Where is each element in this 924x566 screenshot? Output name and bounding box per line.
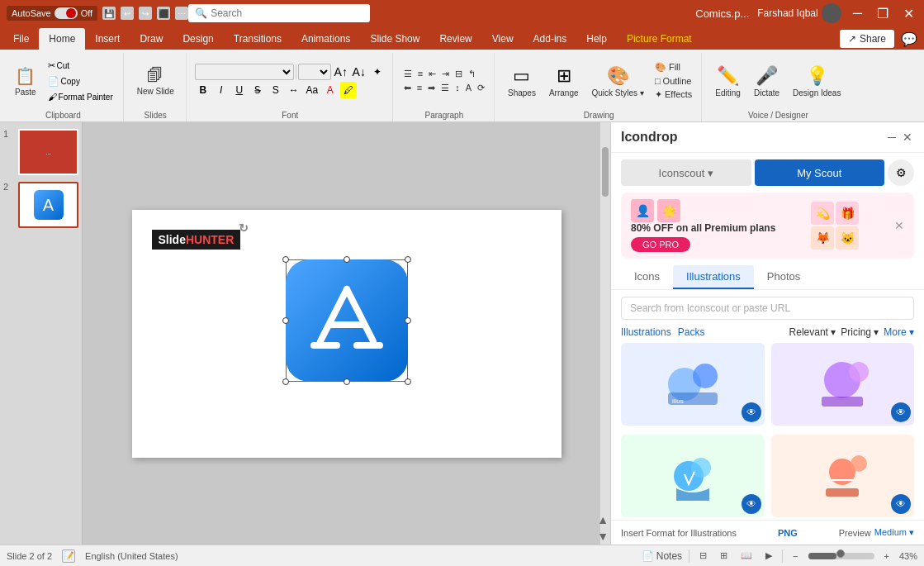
illustration-item-4[interactable]: 👁 [771, 435, 915, 517]
font-shrink-button[interactable]: A↓ [351, 64, 367, 80]
restore-button[interactable]: ❐ [874, 6, 892, 21]
tab-insert[interactable]: Insert [85, 28, 130, 50]
format-painter-button[interactable]: 🖌 Format Painter [45, 90, 116, 103]
slide-view-button[interactable]: ⊟ [696, 549, 710, 563]
canvas-scrollbar[interactable] [600, 122, 610, 545]
photos-tab[interactable]: Photos [754, 265, 813, 289]
shape-outline-button[interactable]: □ Outline [652, 75, 694, 87]
underline-button[interactable]: U [231, 82, 248, 98]
rtl-button[interactable]: ↰ [466, 68, 478, 80]
save-icon[interactable]: 💾 [102, 7, 116, 20]
cut-button[interactable]: ✂ Cut [45, 59, 116, 73]
icons-tab[interactable]: Icons [621, 265, 673, 289]
illustration-search[interactable]: Search from Iconscout or paste URL [621, 297, 914, 320]
app-icon-container[interactable] [286, 259, 408, 382]
new-slide-button[interactable]: 🗐 New Slide [132, 64, 179, 98]
tab-design[interactable]: Design [173, 28, 223, 50]
share-button[interactable]: ↗ Share [840, 30, 894, 48]
handle-mid-left[interactable] [282, 317, 289, 324]
more-filter-button[interactable]: More ▾ [884, 326, 914, 338]
illustrations-tab[interactable]: Illustrations [673, 265, 754, 289]
more-options-icon[interactable]: ⋯ [175, 7, 188, 20]
tab-slideshow[interactable]: Slide Show [360, 28, 429, 50]
preview-eye-3[interactable]: 👁 [742, 494, 761, 514]
illustration-item-2[interactable]: 👁 [771, 343, 915, 426]
tab-review[interactable]: Review [429, 28, 481, 50]
font-size-select[interactable] [298, 64, 331, 80]
quick-styles-button[interactable]: 🎨 Quick Styles ▾ [587, 64, 649, 99]
handle-top-left[interactable] [282, 256, 289, 263]
footer-format-value[interactable]: PNG [778, 528, 798, 538]
tab-draw[interactable]: Draw [130, 28, 173, 50]
collapse-button[interactable]: ─ [886, 129, 898, 145]
iconscout-tab[interactable]: Iconscout ▾ [621, 159, 751, 186]
justify-button[interactable]: ☰ [438, 82, 452, 94]
notes-expand-button[interactable]: 📝 [62, 549, 75, 563]
arrange-button[interactable]: ⊞ Arrange [544, 64, 584, 99]
copy-button[interactable]: 📄 Copy [45, 74, 116, 88]
illustration-item-1[interactable]: illus 👁 [621, 343, 765, 426]
autosave-pill[interactable] [54, 7, 78, 19]
dictate-button[interactable]: 🎤 Dictate [749, 64, 784, 99]
convert-to-smart-button[interactable]: ⟳ [475, 82, 487, 94]
autosave-toggle[interactable]: AutoSave Off [7, 6, 97, 21]
go-pro-button[interactable]: GO PRO [631, 237, 690, 252]
nav-down-button[interactable]: ▼ [595, 528, 610, 545]
highlight-button[interactable]: 🖊 [340, 82, 357, 98]
bold-button[interactable]: B [195, 82, 211, 98]
handle-bottom-left[interactable] [282, 378, 289, 385]
shapes-button[interactable]: ▭ Shapes [503, 64, 541, 99]
medium-dropdown[interactable]: Medium ▾ [874, 527, 914, 538]
slide-thumb-2[interactable]: 2 A [3, 182, 78, 228]
zoom-out-button[interactable]: − [789, 549, 801, 563]
illustration-item-3[interactable]: 👁 [621, 435, 765, 517]
strikethrough-button[interactable]: S̶ [249, 82, 266, 98]
undo-icon[interactable]: ↩ [121, 7, 134, 20]
tab-file[interactable]: File [3, 28, 39, 50]
present-view-button[interactable]: ▶ [762, 549, 775, 563]
preview-eye-1[interactable]: 👁 [742, 402, 761, 422]
shape-fill-button[interactable]: 🎨 Fill [652, 61, 694, 74]
packs-filter-link[interactable]: Packs [678, 326, 705, 338]
align-center-button[interactable]: ≡ [415, 82, 424, 94]
icondrop-close-button[interactable]: ✕ [901, 129, 914, 145]
zoom-thumb[interactable] [836, 549, 845, 558]
columns-button[interactable]: ⊟ [453, 68, 465, 80]
redo-icon[interactable]: ↪ [139, 7, 152, 20]
font-grow-button[interactable]: A↑ [333, 64, 349, 80]
clear-format-button[interactable]: ✦ [369, 64, 386, 80]
close-button[interactable]: ✕ [900, 6, 917, 21]
reading-view-button[interactable]: 📖 [737, 549, 756, 563]
tab-animations[interactable]: Animations [291, 28, 360, 50]
handle-bottom-right[interactable] [405, 378, 411, 385]
present-icon[interactable]: ⬛ [157, 7, 170, 20]
my-scout-tab[interactable]: My Scout [755, 159, 885, 186]
pricing-dropdown[interactable]: Pricing ▾ [841, 326, 879, 338]
tab-transitions[interactable]: Transitions [224, 28, 291, 50]
rotate-handle[interactable]: ↻ [239, 221, 249, 235]
promo-close-button[interactable]: ✕ [894, 219, 904, 232]
search-input[interactable] [211, 7, 363, 19]
grid-view-button[interactable]: ⊞ [717, 549, 731, 563]
tab-picture-format[interactable]: Picture Format [617, 28, 702, 50]
font-family-select[interactable] [195, 64, 294, 80]
indent-inc-button[interactable]: ⇥ [439, 68, 452, 80]
editing-button[interactable]: ✏️ Editing [710, 64, 746, 99]
bullet-list-button[interactable]: ☰ [401, 68, 415, 80]
minimize-button[interactable]: ─ [850, 6, 865, 21]
align-left-button[interactable]: ⬅ [401, 82, 414, 94]
design-ideas-button[interactable]: 💡 Design Ideas [788, 64, 846, 99]
preview-eye-4[interactable]: 👁 [891, 494, 911, 514]
indent-dec-button[interactable]: ⇤ [426, 68, 438, 80]
scout-options-button[interactable]: ⚙ [888, 159, 914, 186]
handle-top-right[interactable] [405, 256, 411, 263]
case-button[interactable]: Aa [304, 82, 320, 98]
tab-home[interactable]: Home [39, 28, 85, 50]
search-box[interactable]: 🔍 [188, 4, 370, 22]
number-list-button[interactable]: ≡ [415, 68, 425, 80]
text-shadow-button[interactable]: A [463, 82, 474, 94]
italic-button[interactable]: I [213, 82, 230, 98]
handle-top-mid[interactable] [344, 256, 350, 263]
slide-thumb-1[interactable]: 1 ... [3, 129, 78, 175]
notes-button[interactable]: 📄 Notes [642, 550, 682, 562]
